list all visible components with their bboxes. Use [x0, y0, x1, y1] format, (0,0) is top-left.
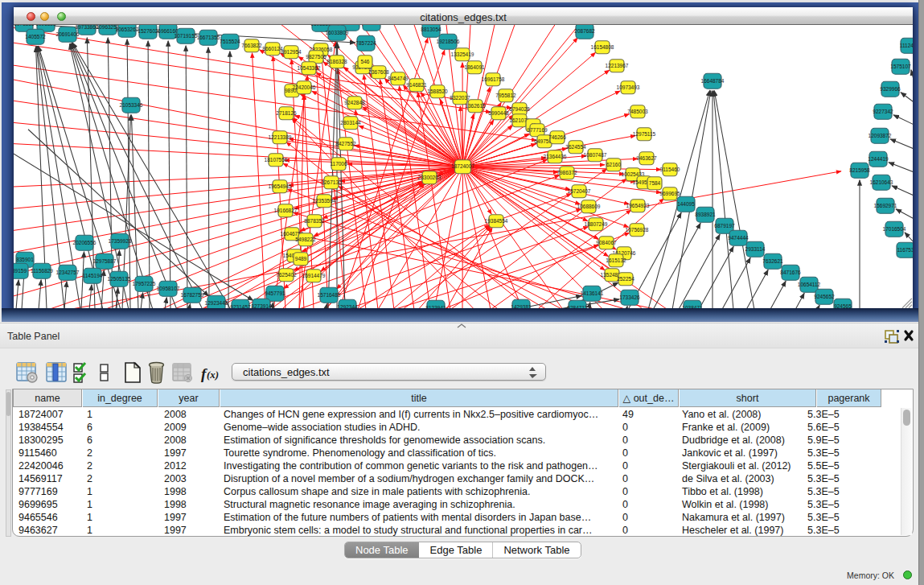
- svg-text:835901: 835901: [16, 257, 34, 262]
- svg-text:9457791: 9457791: [265, 290, 285, 296]
- svg-text:39159: 39159: [14, 268, 27, 274]
- svg-text:15692971: 15692971: [874, 203, 897, 208]
- svg-text:7625402: 7625402: [276, 272, 297, 278]
- svg-text:17016504: 17016504: [883, 226, 906, 232]
- svg-text:12213389: 12213389: [269, 134, 292, 140]
- svg-text:9084067: 9084067: [596, 240, 617, 245]
- svg-text:1405572: 1405572: [25, 34, 46, 39]
- svg-text:18724007: 18724007: [451, 163, 474, 169]
- svg-text:20691406: 20691406: [56, 31, 80, 37]
- svg-text:10756928: 10756928: [626, 227, 649, 233]
- svg-text:9474444: 9474444: [728, 235, 749, 241]
- svg-text:9489: 9489: [295, 256, 307, 262]
- svg-text:7632621: 7632621: [762, 258, 783, 264]
- svg-text:9227342: 9227342: [873, 109, 893, 114]
- svg-text:9329966: 9329966: [880, 86, 901, 92]
- svg-text:116753: 116753: [897, 247, 913, 253]
- svg-text:9777169: 9777169: [527, 127, 548, 133]
- svg-text:62160: 62160: [606, 162, 621, 167]
- svg-text:3624554: 3624554: [565, 144, 586, 150]
- svg-text:9245652: 9245652: [814, 294, 835, 299]
- svg-text:1362615: 1362615: [465, 103, 486, 109]
- svg-text:8322037: 8322037: [450, 95, 470, 101]
- svg-text:19654945: 19654945: [269, 183, 292, 189]
- svg-text:21053346: 21053346: [120, 102, 143, 108]
- svg-text:2367608: 2367608: [368, 69, 389, 75]
- svg-text:12975115: 12975115: [633, 131, 656, 137]
- svg-text:15716485: 15716485: [318, 292, 341, 298]
- svg-text:3267130: 3267130: [321, 179, 342, 185]
- svg-text:32975887: 32975887: [93, 258, 117, 264]
- svg-text:7485003: 7485003: [627, 109, 648, 114]
- svg-text:8427552: 8427552: [335, 141, 356, 146]
- svg-text:2718126: 2718126: [276, 110, 297, 116]
- svg-text:8878352: 8878352: [304, 218, 325, 224]
- svg-text:10958107: 10958107: [157, 286, 180, 291]
- svg-text:1864091: 1864091: [464, 64, 485, 70]
- svg-text:19218506: 19218506: [437, 39, 460, 44]
- svg-text:7986372: 7986372: [556, 170, 577, 175]
- svg-text:14136141: 14136141: [581, 290, 604, 296]
- svg-text:12342757: 12342757: [56, 270, 80, 275]
- svg-text:9115460: 9115460: [660, 167, 680, 172]
- svg-text:8938921: 8938921: [695, 212, 716, 217]
- svg-text:16961758: 16961758: [482, 76, 505, 82]
- svg-text:7955812: 7955812: [495, 93, 516, 98]
- svg-text:1096325: 1096325: [35, 25, 56, 27]
- svg-text:1973386: 1973386: [14, 25, 35, 27]
- svg-text:10807487: 10807487: [584, 152, 607, 158]
- svg-text:11156829: 11156829: [31, 268, 53, 274]
- svg-text:7584: 7584: [649, 180, 661, 186]
- svg-text:252254: 252254: [617, 276, 634, 282]
- svg-text:23300203: 23300203: [418, 175, 441, 180]
- svg-text:12353594: 12353594: [313, 198, 336, 204]
- svg-text:2933114: 2933114: [745, 246, 766, 252]
- svg-text:9463627: 9463627: [636, 155, 657, 161]
- svg-text:12093872: 12093872: [869, 133, 892, 138]
- svg-text:6794028: 6794028: [509, 106, 530, 112]
- svg-text:117006: 117006: [330, 161, 347, 167]
- svg-text:6879197: 6879197: [714, 223, 735, 229]
- svg-text:18807249: 18807249: [585, 221, 608, 227]
- svg-text:9146821: 9146821: [406, 82, 427, 88]
- svg-text:21364436: 21364436: [544, 154, 567, 159]
- svg-text:1615132: 1615132: [606, 257, 626, 263]
- svg-text:1145194: 1145194: [83, 273, 103, 278]
- svg-text:16154808: 16154808: [591, 44, 614, 50]
- svg-text:15720407: 15720407: [568, 188, 591, 194]
- svg-text:5498222: 5498222: [295, 237, 316, 242]
- svg-text:1527602: 1527602: [138, 28, 158, 34]
- svg-text:8186328: 8186328: [326, 59, 347, 64]
- svg-text:7857224: 7857224: [361, 25, 382, 26]
- svg-text:1575107: 1575107: [890, 64, 911, 69]
- svg-text:9699695: 9699695: [659, 191, 680, 196]
- svg-text:19384554: 19384554: [485, 218, 508, 224]
- svg-text:10973493: 10973493: [617, 84, 640, 90]
- svg-text:2803144: 2803144: [340, 120, 361, 126]
- svg-text:19166827: 19166827: [274, 208, 298, 213]
- svg-text:16914479: 16914479: [302, 273, 326, 278]
- svg-text:8912954: 8912954: [281, 49, 302, 55]
- svg-text:9827506: 9827506: [306, 54, 326, 60]
- svg-text:10688609: 10688609: [577, 204, 601, 209]
- svg-text:16033809: 16033809: [326, 30, 349, 35]
- svg-text:1588520: 1588520: [427, 89, 448, 94]
- svg-text:16210643: 16210643: [870, 179, 893, 185]
- svg-text:20206556: 20206556: [73, 240, 97, 245]
- svg-text:7857224: 7857224: [355, 40, 376, 46]
- svg-text:144095: 144095: [677, 201, 695, 207]
- svg-text:19733860: 19733860: [76, 25, 99, 30]
- svg-text:8660124: 8660124: [262, 46, 283, 51]
- svg-text:1603380: 1603380: [310, 25, 331, 27]
- svg-text:8454749: 8454749: [388, 76, 409, 81]
- svg-text:746266: 746266: [548, 134, 566, 140]
- svg-text:1244419: 1244419: [868, 156, 889, 162]
- svg-text:12505135: 12505135: [108, 276, 131, 282]
- svg-text:8471676: 8471676: [780, 270, 801, 275]
- svg-text:12213967: 12213967: [606, 63, 629, 68]
- svg-text:1733426: 1733426: [619, 295, 640, 300]
- svg-text:7515524: 7515524: [220, 39, 240, 44]
- svg-text:13325419: 13325419: [451, 51, 474, 57]
- svg-text:9242848: 9242848: [344, 100, 365, 105]
- svg-text:12923448: 12923448: [205, 300, 228, 306]
